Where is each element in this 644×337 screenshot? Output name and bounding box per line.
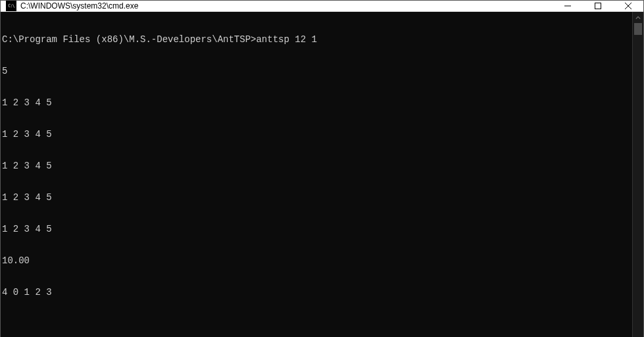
close-button[interactable] [613, 1, 643, 11]
terminal-line: 1 2 3 4 5 [1, 97, 632, 108]
cmd-window: C:\ C:\WINDOWS\system32\cmd.exe [0, 0, 644, 337]
vertical-scrollbar[interactable] [632, 12, 643, 337]
maximize-icon [595, 3, 601, 9]
maximize-button[interactable] [583, 1, 613, 11]
scroll-thumb[interactable] [634, 23, 642, 35]
terminal-line: 1 2 3 4 5 [1, 129, 632, 140]
terminal-line: 4 0 1 2 3 [1, 287, 632, 298]
terminal-line: C:\Program Files (x86)\M.S.-Developers\A… [1, 34, 632, 45]
terminal-line: 1 2 3 4 5 [1, 224, 632, 234]
svg-rect-1 [595, 3, 601, 9]
minimize-button[interactable] [553, 1, 583, 11]
titlebar[interactable]: C:\ C:\WINDOWS\system32\cmd.exe [1, 1, 643, 12]
cmd-icon: C:\ [6, 1, 16, 11]
scroll-up-button[interactable] [633, 12, 643, 23]
terminal-line: 1 2 3 4 5 [1, 161, 632, 171]
terminal-line: 1 2 3 4 5 [1, 192, 632, 203]
terminal-line: 5 [1, 66, 632, 76]
close-icon [625, 3, 632, 9]
window-controls [553, 1, 643, 11]
chevron-up-icon [635, 15, 641, 20]
window-title: C:\WINDOWS\system32\cmd.exe [20, 1, 553, 11]
terminal-line [1, 319, 632, 329]
scroll-track[interactable] [633, 23, 643, 337]
terminal-content[interactable]: C:\Program Files (x86)\M.S.-Developers\A… [1, 12, 632, 337]
terminal-area: C:\Program Files (x86)\M.S.-Developers\A… [1, 12, 643, 337]
minimize-icon [564, 3, 571, 9]
terminal-line: 10.00 [1, 255, 632, 266]
